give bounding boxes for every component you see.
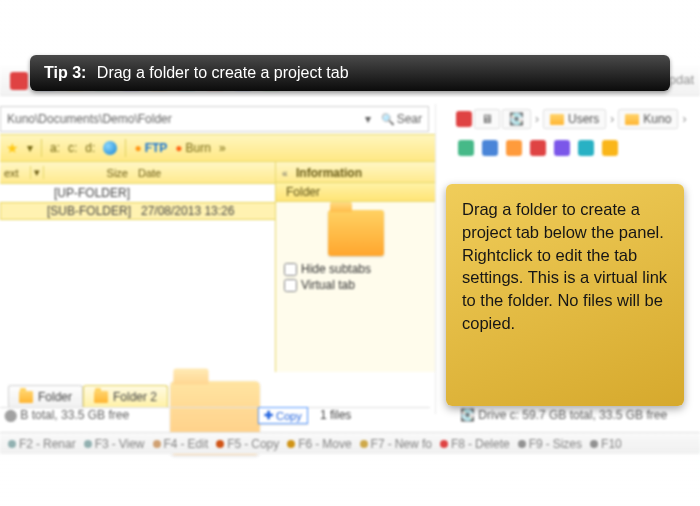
toolbar-icon[interactable] — [578, 140, 594, 156]
breadcrumb-arrow-icon — [608, 112, 616, 126]
address-path: Kuno\Documents\Demo\Folder — [7, 112, 172, 126]
toolbar-icon[interactable] — [482, 140, 498, 156]
col-size[interactable]: Size — [44, 167, 138, 179]
drive-c-icon[interactable]: c: — [68, 141, 77, 155]
collapse-icon[interactable]: « — [282, 168, 288, 179]
fade-overlay — [0, 0, 700, 60]
favorites-icon[interactable] — [6, 140, 19, 156]
right-address-bar[interactable]: 🖥 💽 Users Kuno — [456, 106, 696, 132]
fade-overlay — [0, 446, 700, 506]
toolbar-icon[interactable] — [458, 140, 474, 156]
left-panel: Kuno\Documents\Demo\Folder ▾ Sear ▾ a: c… — [0, 104, 436, 414]
folder-icon — [328, 210, 384, 256]
toolbar-more-icon[interactable]: » — [219, 141, 226, 155]
breadcrumb-arrow-icon — [680, 112, 688, 126]
breadcrumb-segment[interactable]: Users — [543, 109, 606, 129]
burn-button[interactable]: Burn — [175, 141, 211, 155]
tip-title: Drag a folder to create a project tab — [97, 64, 349, 82]
search-label[interactable]: Sear — [381, 112, 422, 126]
folder-icon — [19, 391, 33, 403]
toolbar-icon[interactable] — [602, 140, 618, 156]
folder-icon — [550, 114, 564, 125]
file-name: [UP-FOLDER] — [40, 186, 140, 200]
tip-callout: Drag a folder to create a project tab be… — [446, 184, 684, 406]
separator — [125, 139, 126, 157]
info-pane: « Information Folder Hide subtabs Virtua… — [275, 162, 435, 372]
status-right: 💽 Drive c: 59.7 GB total, 33.5 GB free — [460, 408, 667, 422]
toolbar-icon[interactable] — [506, 140, 522, 156]
right-toolbar — [452, 134, 700, 162]
info-type: Folder — [276, 183, 435, 202]
toolbar-icon[interactable] — [554, 140, 570, 156]
tab-label: Folder 2 — [113, 390, 157, 404]
tip-prefix: Tip 3: — [44, 64, 86, 82]
drag-copy-badge: Copy — [258, 407, 308, 424]
fav-dropdown-icon[interactable]: ▾ — [27, 141, 33, 155]
hide-subtabs-checkbox[interactable]: Hide subtabs — [284, 262, 427, 276]
folder-icon — [625, 114, 639, 125]
col-sort-icon[interactable]: ▾ — [30, 166, 44, 179]
status-left: ⬤ B total, 33.5 GB free — [4, 408, 129, 422]
project-tabs: Folder Folder 2 — [0, 384, 430, 408]
app-icon[interactable] — [456, 111, 472, 127]
toolbar-icon[interactable] — [10, 72, 28, 90]
tab-label: Folder — [38, 390, 72, 404]
virtual-tab-checkbox[interactable]: Virtual tab — [284, 278, 427, 292]
col-ext[interactable]: ext — [0, 167, 30, 179]
drive-icon[interactable]: 💽 — [502, 109, 531, 129]
drag-count: 1 files — [320, 408, 351, 422]
tip-header: Tip 3: Drag a folder to create a project… — [30, 55, 670, 91]
drive-a-icon[interactable]: a: — [50, 141, 60, 155]
separator — [41, 139, 42, 157]
breadcrumb-segment[interactable]: Kuno — [618, 109, 678, 129]
info-heading: Information — [276, 162, 435, 183]
folder-icon — [94, 391, 108, 403]
file-name: [SUB-FOLDER] — [41, 204, 141, 218]
breadcrumb-arrow-icon — [533, 112, 541, 126]
toolbar-icon[interactable] — [530, 140, 546, 156]
ftp-button[interactable]: FTP — [134, 141, 167, 155]
project-tab-active[interactable]: Folder 2 — [83, 385, 168, 407]
project-tab[interactable]: Folder — [8, 385, 83, 407]
address-dropdown-icon[interactable]: ▾ — [365, 112, 371, 126]
drive-d-icon[interactable]: d: — [85, 141, 95, 155]
col-date[interactable]: Date — [138, 167, 248, 179]
network-icon[interactable] — [103, 141, 117, 155]
monitor-icon[interactable]: 🖥 — [474, 109, 500, 129]
address-bar[interactable]: Kuno\Documents\Demo\Folder ▾ Sear — [0, 106, 429, 132]
panel-toolbar: ▾ a: c: d: FTP Burn » — [0, 134, 435, 162]
